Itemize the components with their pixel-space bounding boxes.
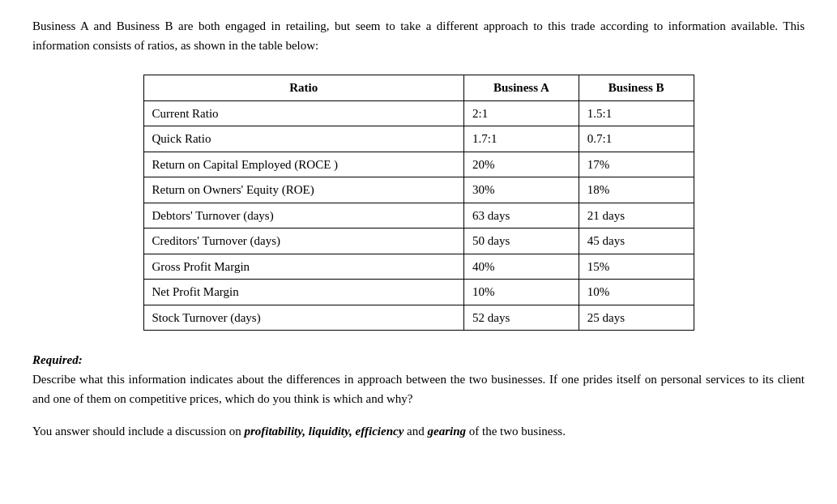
required-label: Required: (32, 353, 83, 366)
answer-note: You answer should include a discussion o… (32, 421, 805, 441)
ratio-name-cell: Creditors' Turnover (days) (143, 229, 464, 254)
ratio-name-cell: Current Ratio (143, 100, 464, 126)
table-row: Return on Capital Employed (ROCE )20%17% (143, 152, 694, 177)
table-header-row: Ratio Business A Business B (143, 75, 694, 101)
table-row: Gross Profit Margin40%15% (143, 254, 694, 280)
intro-paragraph: Business A and Business B are both engag… (32, 16, 805, 55)
business-b-cell: 10% (579, 280, 694, 305)
table-row: Current Ratio2:11.5:1 (143, 100, 694, 126)
table-row: Quick Ratio1.7:10.7:1 (143, 126, 694, 152)
ratio-name-cell: Return on Capital Employed (ROCE ) (143, 152, 464, 177)
ratio-table: Ratio Business A Business B Current Rati… (143, 75, 694, 331)
answer-gearing: gearing (427, 425, 466, 438)
business-b-cell: 1.5:1 (579, 100, 694, 126)
ratio-name-cell: Return on Owners' Equity (ROE) (143, 177, 464, 203)
col-business-a: Business A (464, 75, 579, 101)
business-b-cell: 21 days (579, 203, 694, 229)
business-b-cell: 45 days (579, 229, 694, 254)
business-b-cell: 25 days (579, 305, 694, 331)
ratio-name-cell: Quick Ratio (143, 126, 464, 152)
col-business-b: Business B (579, 75, 694, 101)
table-row: Stock Turnover (days)52 days25 days (143, 305, 694, 331)
required-text: Describe what this information indicates… (32, 373, 805, 405)
business-b-cell: 0.7:1 (579, 126, 694, 152)
business-b-cell: 15% (579, 254, 694, 280)
col-ratio: Ratio (143, 75, 464, 101)
business-a-cell: 30% (464, 177, 579, 203)
table-row: Creditors' Turnover (days)50 days45 days (143, 229, 694, 254)
business-a-cell: 63 days (464, 203, 579, 229)
business-a-cell: 10% (464, 280, 579, 305)
ratio-name-cell: Stock Turnover (days) (143, 305, 464, 331)
answer-prefix: You answer should include a discussion o… (32, 425, 244, 438)
answer-connector: and (404, 425, 427, 438)
business-b-cell: 18% (579, 177, 694, 203)
business-a-cell: 2:1 (464, 100, 579, 126)
table-row: Debtors' Turnover (days)63 days21 days (143, 203, 694, 229)
table-row: Return on Owners' Equity (ROE)30%18% (143, 177, 694, 203)
business-a-cell: 40% (464, 254, 579, 280)
ratio-name-cell: Net Profit Margin (143, 280, 464, 305)
answer-suffix: of the two business. (466, 425, 566, 438)
business-a-cell: 52 days (464, 305, 579, 331)
business-b-cell: 17% (579, 152, 694, 177)
business-a-cell: 1.7:1 (464, 126, 579, 152)
business-a-cell: 20% (464, 152, 579, 177)
ratio-name-cell: Gross Profit Margin (143, 254, 464, 280)
business-a-cell: 50 days (464, 229, 579, 254)
ratio-name-cell: Debtors' Turnover (days) (143, 203, 464, 229)
answer-terms: profitability, liquidity, efficiency (244, 425, 404, 438)
table-row: Net Profit Margin10%10% (143, 280, 694, 305)
ratio-table-wrapper: Ratio Business A Business B Current Rati… (32, 75, 805, 331)
required-section: Required: Describe what this information… (32, 350, 805, 408)
